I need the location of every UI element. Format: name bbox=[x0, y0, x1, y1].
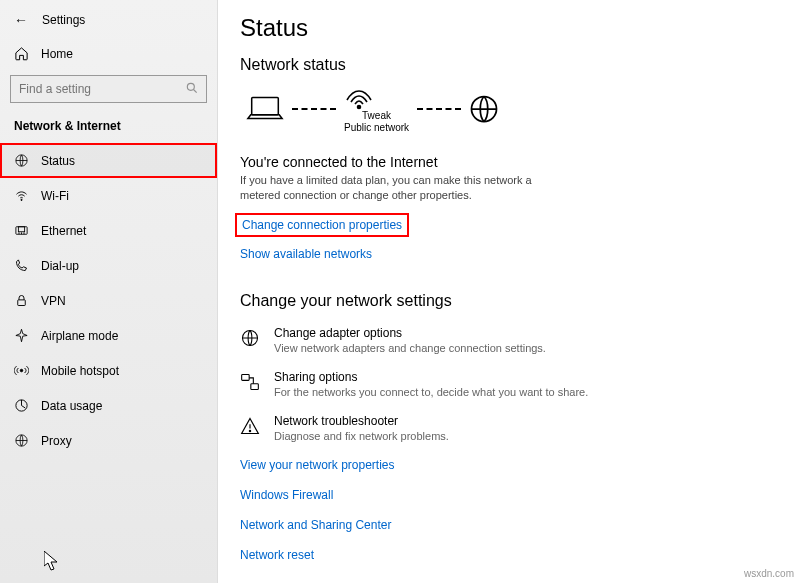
watermark: wsxdn.com bbox=[744, 568, 794, 579]
svg-point-3 bbox=[21, 199, 22, 200]
network-status-heading: Network status bbox=[240, 56, 780, 74]
option-title: Change adapter options bbox=[274, 326, 546, 340]
svg-rect-9 bbox=[18, 300, 26, 306]
link-sharing-center[interactable]: Network and Sharing Center bbox=[240, 518, 780, 532]
svg-rect-17 bbox=[242, 374, 250, 380]
network-diagram: Tweak Public network bbox=[246, 84, 780, 134]
sidebar-category: Network & Internet bbox=[0, 111, 217, 143]
connected-desc: If you have a limited data plan, you can… bbox=[240, 173, 540, 204]
option-desc: View network adapters and change connect… bbox=[274, 342, 546, 354]
sidebar-item-status[interactable]: Status bbox=[0, 143, 217, 178]
vpn-icon bbox=[14, 293, 29, 308]
sharing-icon bbox=[240, 372, 260, 392]
option-desc: For the networks you connect to, decide … bbox=[274, 386, 588, 398]
home-icon bbox=[14, 46, 29, 61]
option-troubleshooter[interactable]: Network troubleshooter Diagnose and fix … bbox=[240, 414, 780, 442]
sidebar-item-datausage[interactable]: Data usage bbox=[0, 388, 217, 423]
svg-point-14 bbox=[358, 106, 361, 109]
option-title: Network troubleshooter bbox=[274, 414, 449, 428]
sidebar-item-label: Dial-up bbox=[41, 259, 79, 273]
data-usage-icon bbox=[14, 398, 29, 413]
svg-point-20 bbox=[249, 430, 250, 431]
laptop-icon bbox=[246, 95, 284, 123]
svg-line-1 bbox=[194, 90, 197, 93]
sidebar-home[interactable]: Home bbox=[0, 36, 217, 71]
option-adapter[interactable]: Change adapter options View network adap… bbox=[240, 326, 780, 354]
status-icon bbox=[14, 153, 29, 168]
sidebar-item-label: Proxy bbox=[41, 434, 72, 448]
adapter-icon bbox=[240, 328, 260, 348]
sidebar-item-label: Ethernet bbox=[41, 224, 86, 238]
option-title: Sharing options bbox=[274, 370, 588, 384]
sidebar-item-hotspot[interactable]: Mobile hotspot bbox=[0, 353, 217, 388]
svg-rect-13 bbox=[252, 98, 279, 115]
page-title: Status bbox=[240, 14, 780, 42]
hotspot-icon bbox=[14, 363, 29, 378]
airplane-icon bbox=[14, 328, 29, 343]
svg-rect-5 bbox=[18, 227, 24, 232]
show-available-networks-link[interactable]: Show available networks bbox=[240, 247, 372, 261]
app-title: Settings bbox=[42, 13, 85, 27]
sidebar-item-wifi[interactable]: Wi-Fi bbox=[0, 178, 217, 213]
svg-point-10 bbox=[20, 369, 23, 372]
option-sharing[interactable]: Sharing options For the networks you con… bbox=[240, 370, 780, 398]
change-settings-heading: Change your network settings bbox=[240, 292, 780, 310]
sidebar-item-vpn[interactable]: VPN bbox=[0, 283, 217, 318]
sidebar-item-label: Mobile hotspot bbox=[41, 364, 119, 378]
link-network-reset[interactable]: Network reset bbox=[240, 548, 780, 562]
svg-point-0 bbox=[187, 83, 194, 90]
sidebar-item-label: Data usage bbox=[41, 399, 102, 413]
link-view-properties[interactable]: View your network properties bbox=[240, 458, 780, 472]
back-button[interactable]: ← bbox=[14, 12, 28, 28]
dialup-icon bbox=[14, 258, 29, 273]
link-windows-firewall[interactable]: Windows Firewall bbox=[240, 488, 780, 502]
globe-icon bbox=[469, 94, 499, 124]
sidebar: ← Settings Home Network & Internet Statu… bbox=[0, 0, 218, 583]
diagram-type: Public network bbox=[344, 122, 409, 134]
home-label: Home bbox=[41, 47, 73, 61]
option-desc: Diagnose and fix network problems. bbox=[274, 430, 449, 442]
wifi-icon bbox=[14, 188, 29, 203]
sidebar-item-ethernet[interactable]: Ethernet bbox=[0, 213, 217, 248]
search-input[interactable] bbox=[10, 75, 207, 103]
cursor-icon bbox=[44, 551, 58, 571]
sidebar-item-airplane[interactable]: Airplane mode bbox=[0, 318, 217, 353]
diagram-ssid: Tweak bbox=[344, 110, 409, 122]
sidebar-item-dialup[interactable]: Dial-up bbox=[0, 248, 217, 283]
sidebar-item-proxy[interactable]: Proxy bbox=[0, 423, 217, 458]
troubleshoot-icon bbox=[240, 416, 260, 436]
search-icon bbox=[185, 81, 199, 95]
sidebar-item-label: Status bbox=[41, 154, 75, 168]
sidebar-item-label: Wi-Fi bbox=[41, 189, 69, 203]
sidebar-item-label: VPN bbox=[41, 294, 66, 308]
svg-rect-18 bbox=[251, 383, 259, 389]
wifi-diagram-icon bbox=[344, 84, 374, 110]
connected-heading: You're connected to the Internet bbox=[240, 154, 780, 170]
sidebar-item-label: Airplane mode bbox=[41, 329, 118, 343]
change-connection-properties-link[interactable]: Change connection properties bbox=[240, 218, 404, 232]
ethernet-icon bbox=[14, 223, 29, 238]
main-content: Status Network status Tweak Public netwo… bbox=[218, 0, 800, 583]
proxy-icon bbox=[14, 433, 29, 448]
